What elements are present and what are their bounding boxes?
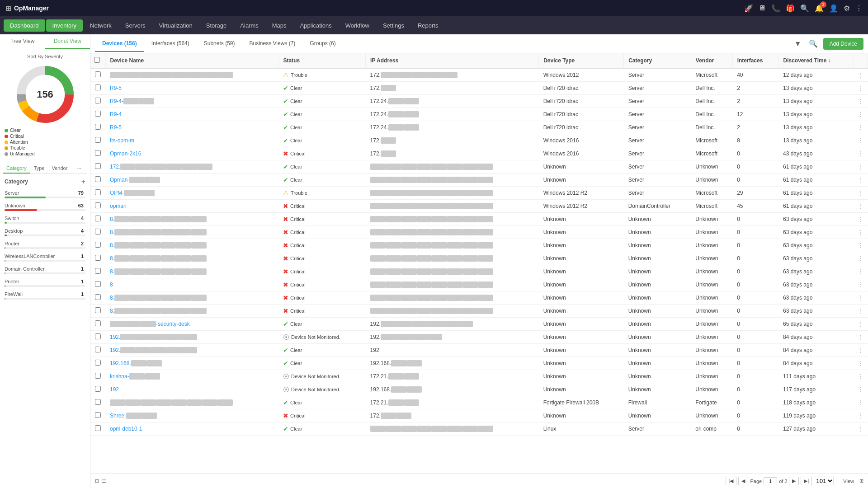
row-options-cell[interactable]: ⋮ — [854, 108, 868, 121]
add-category-button[interactable]: + — [81, 178, 85, 186]
table-row[interactable]: 192.████████████████████ ⦿ Device Not Mo… — [90, 331, 868, 344]
row-checkbox[interactable] — [95, 71, 101, 77]
subtab-groups[interactable]: Groups (6) — [302, 36, 343, 52]
device-name-cell[interactable]: 8.████████████████████████ — [105, 213, 278, 226]
table-row[interactable]: OPM-████████ ⚠ Trouble █████████████████… — [90, 187, 868, 200]
row-checkbox-cell[interactable] — [90, 147, 105, 160]
row-options-cell[interactable]: ⋮ — [854, 252, 868, 265]
nav-item-maps[interactable]: Maps — [266, 19, 293, 32]
nav-item-reports[interactable]: Reports — [411, 19, 445, 32]
table-row[interactable]: ████████████████████████████████ ✔ Clear… — [90, 396, 868, 409]
row-checkbox[interactable] — [95, 163, 101, 169]
tab-tree-view[interactable]: Tree View — [0, 34, 45, 49]
device-name-cell[interactable]: 192 — [105, 383, 278, 396]
table-row[interactable]: 8.████████████████████████ ✖ Critical ██… — [90, 213, 868, 226]
row-checkbox-cell[interactable] — [90, 291, 105, 305]
device-name-cell[interactable]: 8.████████████████████████ — [105, 252, 278, 265]
rocket-icon[interactable]: 🚀 — [744, 4, 753, 13]
row-checkbox-cell[interactable] — [90, 318, 105, 331]
row-options-cell[interactable]: ⋮ — [854, 187, 868, 200]
table-row[interactable]: opm-deb10-1 ✔ Clear ████████████████████… — [90, 422, 868, 436]
row-checkbox[interactable] — [95, 399, 101, 405]
row-checkbox-cell[interactable] — [90, 265, 105, 278]
row-checkbox-cell[interactable] — [90, 252, 105, 265]
nav-item-storage[interactable]: Storage — [200, 19, 233, 32]
row-checkbox-cell[interactable] — [90, 108, 105, 121]
row-checkbox-cell[interactable] — [90, 383, 105, 396]
table-row[interactable]: 8.████████████████████████ ✖ Critical ██… — [90, 265, 868, 278]
device-name-cell[interactable]: 172.████████████████████████ — [105, 160, 278, 174]
row-checkbox-cell[interactable] — [90, 187, 105, 200]
first-page-button[interactable]: |◀ — [726, 477, 737, 485]
device-name-cell[interactable]: 192.168.████████ — [105, 357, 278, 370]
device-name-cell[interactable]: opm-deb10-1 — [105, 422, 278, 436]
view-icon[interactable]: ⊞ — [859, 478, 863, 484]
row-checkbox-cell[interactable] — [90, 409, 105, 422]
row-options-cell[interactable]: ⋮ — [854, 213, 868, 226]
row-checkbox[interactable] — [95, 111, 101, 117]
row-checkbox[interactable] — [95, 189, 101, 195]
row-checkbox[interactable] — [95, 294, 101, 300]
table-row[interactable]: 172.████████████████████████ ✔ Clear ███… — [90, 160, 868, 174]
select-all-checkbox[interactable] — [94, 57, 100, 63]
row-checkbox-cell[interactable] — [90, 370, 105, 383]
device-name-cell[interactable]: Opman-████████ — [105, 174, 278, 187]
row-checkbox[interactable] — [95, 320, 101, 326]
phone-icon[interactable]: 📞 — [771, 4, 780, 13]
device-name-cell[interactable]: 8.████████████████████████ — [105, 265, 278, 278]
row-options-cell[interactable]: ⋮ — [854, 318, 868, 331]
gift-icon[interactable]: 🎁 — [786, 4, 795, 13]
table-row[interactable]: ████████████-security-desk ✔ Clear 192.█… — [90, 318, 868, 331]
table-row[interactable]: 8.████████████████████████ ✖ Critical ██… — [90, 291, 868, 305]
table-row[interactable]: 8.████████████████████████ ✖ Critical ██… — [90, 252, 868, 265]
row-checkbox[interactable] — [95, 333, 101, 339]
nav-item-dashboard[interactable]: Dashboard — [4, 19, 45, 32]
row-checkbox-cell[interactable] — [90, 239, 105, 252]
filter-tab-type[interactable]: Type — [30, 164, 48, 174]
row-options-cell[interactable]: ⋮ — [854, 121, 868, 134]
row-checkbox-cell[interactable] — [90, 344, 105, 357]
filter-tab-vendor[interactable]: Vendor — [48, 164, 71, 174]
row-options-cell[interactable]: ⋮ — [854, 265, 868, 278]
filter-tab-more[interactable]: ··· — [71, 164, 87, 174]
add-device-button[interactable]: Add Device — [823, 38, 863, 50]
table-row[interactable]: Shree-████████ ✖ Critical 172.████████ U… — [90, 409, 868, 422]
row-checkbox[interactable] — [95, 412, 101, 418]
row-checkbox[interactable] — [95, 98, 101, 103]
table-row[interactable]: ████████████████████████████████ ⚠ Troub… — [90, 68, 868, 82]
table-row[interactable]: R9-5 ✔ Clear 172.████ Dell r720 idrac Se… — [90, 82, 868, 95]
nav-item-virtualization[interactable]: Virtualization — [153, 19, 199, 32]
category-row[interactable]: FireWall1 — [5, 291, 85, 300]
row-options-cell[interactable]: ⋮ — [854, 278, 868, 291]
row-checkbox[interactable] — [95, 255, 101, 261]
row-checkbox-cell[interactable] — [90, 226, 105, 239]
row-checkbox[interactable] — [95, 229, 101, 235]
rows-per-page-select[interactable]: 101 50 25 — [814, 477, 834, 485]
device-name-cell[interactable]: OPM-████████ — [105, 187, 278, 200]
list-view-icon[interactable]: ☰ — [102, 478, 106, 484]
device-name-cell[interactable]: 8 — [105, 278, 278, 291]
nav-item-applications[interactable]: Applications — [294, 19, 338, 32]
device-name-cell[interactable]: R9-4 — [105, 108, 278, 121]
device-name-cell[interactable]: 8.████████████████████████ — [105, 226, 278, 239]
row-checkbox[interactable] — [95, 360, 101, 366]
table-row[interactable]: Its-opm-m ✔ Clear 172.████ Windows 2016 … — [90, 134, 868, 147]
table-row[interactable]: 8.████████████████████████ ✖ Critical ██… — [90, 305, 868, 318]
row-options-cell[interactable]: ⋮ — [854, 344, 868, 357]
category-row[interactable]: Router2 — [5, 240, 85, 250]
page-input[interactable] — [764, 477, 777, 485]
device-name-cell[interactable]: 8.████████████████████████ — [105, 239, 278, 252]
row-checkbox-cell[interactable] — [90, 160, 105, 174]
category-row[interactable]: Unknown63 — [5, 202, 85, 212]
search-button[interactable]: 🔍 — [807, 38, 820, 50]
device-name-cell[interactable]: R9-5 — [105, 82, 278, 95]
category-row[interactable]: Printer1 — [5, 278, 85, 288]
row-checkbox-cell[interactable] — [90, 278, 105, 291]
device-name-cell[interactable]: R9-5 — [105, 121, 278, 134]
row-options-cell[interactable]: ⋮ — [854, 82, 868, 95]
row-options-cell[interactable]: ⋮ — [854, 95, 868, 108]
device-name-cell[interactable]: 192.████████████████████ — [105, 344, 278, 357]
row-options-cell[interactable]: ⋮ — [854, 370, 868, 383]
row-checkbox[interactable] — [95, 373, 101, 379]
row-checkbox-cell[interactable] — [90, 68, 105, 82]
